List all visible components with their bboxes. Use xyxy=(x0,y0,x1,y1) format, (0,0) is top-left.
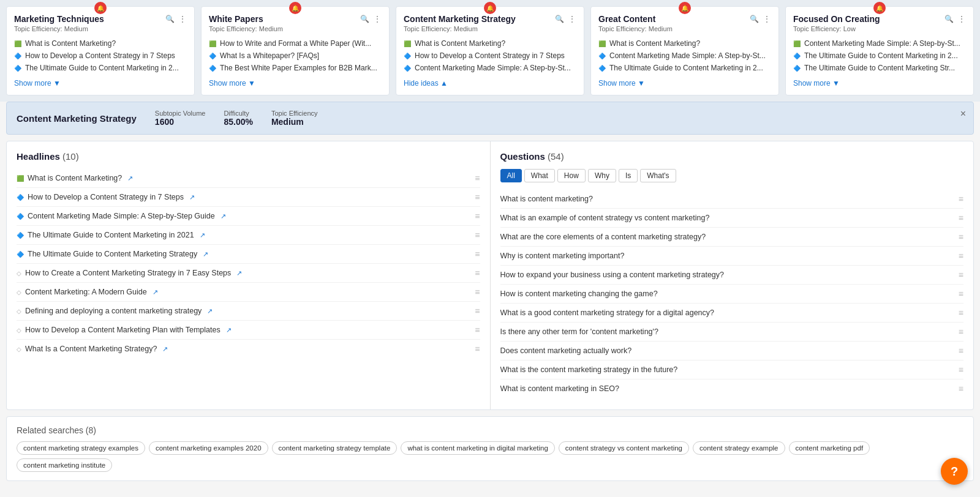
headline-sort-icon[interactable]: ≡ xyxy=(475,249,480,259)
filter-btn-whats[interactable]: What's xyxy=(640,169,676,182)
question-item: What is an example of content strategy v… xyxy=(500,209,964,228)
headline-external-link-icon[interactable]: ↗ xyxy=(236,269,242,277)
question-sort-icon[interactable]: ≡ xyxy=(959,213,963,223)
headline-item: 🔷The Ultimate Guide to Content Marketing… xyxy=(17,226,480,245)
question-sort-icon[interactable]: ≡ xyxy=(959,384,963,394)
headline-text: The Ultimate Guide to Content Marketing … xyxy=(28,250,197,258)
headline-external-link-icon[interactable]: ↗ xyxy=(200,231,205,239)
search-icon[interactable]: 🔍 xyxy=(944,15,954,23)
headline-sort-icon[interactable]: ≡ xyxy=(475,173,480,183)
question-item: Is there any other term for 'content mar… xyxy=(500,323,964,342)
question-sort-icon[interactable]: ≡ xyxy=(959,308,963,318)
filter-btn-what[interactable]: What xyxy=(524,169,555,182)
related-title: Related searches (8) xyxy=(17,425,963,435)
question-item: What is the content marketing strategy i… xyxy=(500,361,964,379)
top-cards-section: 🔔Marketing TechniquesTopic Efficiency: M… xyxy=(0,0,980,102)
headline-left: ◇What Is a Content Marketing Strategy?↗ xyxy=(17,345,168,353)
blue-arrow-icon: 🔷 xyxy=(598,53,606,59)
question-sort-icon[interactable]: ≡ xyxy=(959,346,963,356)
show-more-button[interactable]: Show more ▼ xyxy=(793,79,840,88)
headline-sort-icon[interactable]: ≡ xyxy=(475,230,480,240)
card-actions: 🔍⋮ xyxy=(360,14,382,24)
search-icon[interactable]: 🔍 xyxy=(360,15,369,23)
blue-arrow-icon: 🔷 xyxy=(793,53,801,59)
question-sort-icon[interactable]: ≡ xyxy=(959,270,963,280)
headline-sort-icon[interactable]: ≡ xyxy=(475,211,480,221)
show-more-button[interactable]: Show more ▼ xyxy=(598,79,645,88)
related-tag[interactable]: content strategy vs content marketing xyxy=(559,441,689,455)
headline-sort-icon[interactable]: ≡ xyxy=(475,306,480,316)
related-tag[interactable]: content marketing institute xyxy=(17,458,112,472)
blue-arrow-icon: 🔷 xyxy=(793,65,801,72)
card-actions: 🔍⋮ xyxy=(944,14,966,24)
detail-close-button[interactable]: × xyxy=(960,108,966,119)
card-item: 🟩What is Content Marketing? xyxy=(598,37,771,50)
show-more-button[interactable]: Show more ▼ xyxy=(14,79,61,88)
question-text: What are the core elements of a content … xyxy=(500,233,706,241)
headline-sort-icon[interactable]: ≡ xyxy=(475,268,480,278)
headline-sort-icon[interactable]: ≡ xyxy=(475,192,480,202)
headline-gray-icon: ◇ xyxy=(17,270,21,277)
question-text: What is content marketing? xyxy=(500,195,593,203)
filter-btn-is[interactable]: Is xyxy=(619,169,638,182)
filter-btn-all[interactable]: All xyxy=(500,169,522,182)
question-sort-icon[interactable]: ≡ xyxy=(959,327,963,337)
card-item: 🔷Content Marketing Made Simple: A Step-b… xyxy=(404,62,576,74)
menu-icon[interactable]: ⋮ xyxy=(178,14,187,24)
headline-text: What Is a Content Marketing Strategy? xyxy=(25,345,157,353)
subtopic-volume-label: Subtopic Volume xyxy=(155,110,206,117)
search-icon[interactable]: 🔍 xyxy=(555,15,564,23)
search-icon[interactable]: 🔍 xyxy=(750,15,759,23)
menu-icon[interactable]: ⋮ xyxy=(957,14,966,24)
filter-btn-how[interactable]: How xyxy=(557,169,586,182)
card-efficiency: Topic Efficiency: Medium xyxy=(598,25,673,32)
headline-blue-icon: 🔷 xyxy=(17,232,24,239)
related-tag[interactable]: content strategy example xyxy=(693,441,785,455)
headline-left: ◇How to Create a Content Marketing Strat… xyxy=(17,269,242,277)
headline-external-link-icon[interactable]: ↗ xyxy=(189,193,195,201)
headline-external-link-icon[interactable]: ↗ xyxy=(207,307,213,315)
headline-external-link-icon[interactable]: ↗ xyxy=(203,250,208,258)
headline-sort-icon[interactable]: ≡ xyxy=(475,344,480,354)
question-sort-icon[interactable]: ≡ xyxy=(959,194,963,204)
question-item: How is content marketing changing the ga… xyxy=(500,285,964,304)
headline-external-link-icon[interactable]: ↗ xyxy=(162,345,168,353)
headline-sort-icon[interactable]: ≡ xyxy=(475,287,480,297)
headline-text: How to Create a Content Marketing Strate… xyxy=(25,269,231,277)
headline-text: How to Develop a Content Marketing Plan … xyxy=(25,326,221,334)
menu-icon[interactable]: ⋮ xyxy=(373,14,382,24)
related-tag[interactable]: content marketing examples 2020 xyxy=(149,441,268,455)
related-tag[interactable]: content marketing pdf xyxy=(789,441,870,455)
card-great-content: 🔔Great ContentTopic Efficiency: Medium🔍⋮… xyxy=(590,6,779,95)
filter-btn-why[interactable]: Why xyxy=(588,169,616,182)
detail-difficulty: Difficulty 85.00% xyxy=(224,110,252,127)
question-sort-icon[interactable]: ≡ xyxy=(959,232,963,242)
card-item: 🔷The Best White Paper Examples for B2B M… xyxy=(209,62,382,74)
related-tag[interactable]: content marketing strategy examples xyxy=(17,441,145,455)
show-more-button[interactable]: Show more ▼ xyxy=(209,79,255,88)
headline-external-link-icon[interactable]: ↗ xyxy=(153,288,158,296)
question-text: How is content marketing changing the ga… xyxy=(500,290,658,298)
headline-external-link-icon[interactable]: ↗ xyxy=(221,212,226,220)
menu-icon[interactable]: ⋮ xyxy=(568,14,576,24)
card-title: White Papers xyxy=(209,14,283,24)
headline-item: 🟩What is Content Marketing?↗≡ xyxy=(17,169,480,188)
show-more-button[interactable]: Hide ideas ▲ xyxy=(404,79,448,88)
headline-item: ◇Defining and deploying a content market… xyxy=(17,302,480,321)
question-item: What is a good content marketing strateg… xyxy=(500,304,964,323)
question-sort-icon[interactable]: ≡ xyxy=(959,251,963,261)
headline-sort-icon[interactable]: ≡ xyxy=(475,325,480,335)
headline-left: 🔷The Ultimate Guide to Content Marketing… xyxy=(17,250,208,258)
headline-external-link-icon[interactable]: ↗ xyxy=(226,326,232,334)
related-tag[interactable]: content marketing strategy template xyxy=(272,441,398,455)
related-tag[interactable]: what is content marketing in digital mar… xyxy=(401,441,554,455)
menu-icon[interactable]: ⋮ xyxy=(763,14,771,24)
headline-green-icon: 🟩 xyxy=(17,175,24,182)
fab-button[interactable]: ? xyxy=(941,458,968,485)
search-icon[interactable]: 🔍 xyxy=(165,15,175,23)
question-sort-icon[interactable]: ≡ xyxy=(959,289,963,299)
card-item-text: Content Marketing Made Simple: A Step-by… xyxy=(415,64,571,72)
headline-external-link-icon[interactable]: ↗ xyxy=(127,174,133,182)
question-sort-icon[interactable]: ≡ xyxy=(959,365,963,375)
blue-arrow-icon: 🔷 xyxy=(209,53,216,59)
